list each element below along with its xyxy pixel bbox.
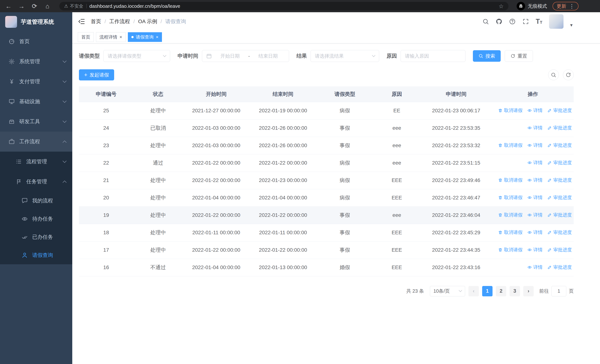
menu-dots-icon[interactable]: ⋮ [569,3,574,9]
bookmark-star-icon[interactable]: ☆ [499,3,504,9]
reason-input[interactable] [401,50,466,62]
detail-action-link[interactable]: 详情 [527,247,543,253]
back-icon[interactable]: ← [5,3,12,10]
edit-icon [547,248,552,252]
chat-icon [21,197,28,204]
page-button-2[interactable]: 2 [496,286,506,296]
cell-id: 20 [79,189,133,206]
tab[interactable]: 请假查询× [128,32,162,42]
sidebar-item[interactable]: 任务管理 [0,172,72,192]
collapse-sidebar-icon[interactable] [78,18,85,25]
progress-action-link[interactable]: 审批进度 [547,212,572,218]
cancel-action-link[interactable]: 取消请假 [498,177,523,183]
security-indicator[interactable]: ⚠ 不安全 [64,3,83,9]
progress-action-link[interactable]: 审批进度 [547,107,572,113]
detail-action-link[interactable]: 详情 [527,264,543,270]
help-icon[interactable] [509,18,516,25]
toggle-search-button[interactable] [548,69,559,80]
detail-action-link[interactable]: 详情 [527,195,543,201]
search-icon[interactable] [482,18,489,25]
edit-icon [547,178,552,182]
detail-action-link[interactable]: 详情 [527,107,543,113]
cancel-action-link[interactable]: 取消请假 [498,212,523,218]
detail-action-link[interactable]: 详情 [527,142,543,148]
next-page-button[interactable]: › [523,286,534,296]
date-range-picker[interactable]: 开始日期 - 结束日期 [202,50,289,62]
sidebar-item[interactable]: 我的流程 [0,192,72,210]
sidebar-item[interactable]: 工作流程 [0,131,72,152]
chevron-down-icon [63,159,66,163]
sidebar-item[interactable]: 系统管理 [0,52,72,72]
action-label: 审批进度 [553,142,572,148]
detail-action-link[interactable]: 详情 [527,159,543,166]
address-bar[interactable]: ⚠ 不安全 dashboard.yudao.iocoder.cn/bpm/oa/… [59,2,508,10]
result-select[interactable]: 请选择流结果 [310,50,379,62]
sidebar-item-label: 待办任务 [32,215,53,222]
search-button[interactable]: 搜索 [473,50,501,62]
cancel-action-link[interactable]: 取消请假 [498,107,523,113]
cancel-action-link[interactable]: 取消请假 [498,229,523,235]
detail-action-link[interactable]: 详情 [527,177,543,183]
sidebar-item[interactable]: 首页 [0,31,72,52]
page-size-select[interactable]: 10条/页 [430,286,465,296]
pagination: 共 23 条 10条/页 ‹ 123 › 前往 页 [79,286,574,296]
user-avatar[interactable] [549,14,563,29]
sidebar-item[interactable]: 请假查询 [0,246,72,264]
progress-action-link[interactable]: 审批进度 [547,177,572,183]
sidebar-item[interactable]: 支付管理 [0,72,72,92]
progress-action-link[interactable]: 审批进度 [547,142,572,148]
reload-icon[interactable]: ⟳ [31,2,38,10]
page-button-1[interactable]: 1 [482,286,493,296]
progress-action-link[interactable]: 审批进度 [547,264,572,270]
caret-down-icon[interactable]: ▾ [570,22,572,28]
eye-icon [527,230,532,235]
page-jump-input[interactable] [552,286,566,296]
tab[interactable]: 首页 [78,32,94,42]
reset-button[interactable]: 重置 [505,50,533,62]
detail-action-link[interactable]: 详情 [527,212,543,218]
create-leave-button[interactable]: + 发起请假 [79,69,114,80]
tab[interactable]: 流程详情× [96,32,126,42]
detail-action-link[interactable]: 详情 [527,229,543,235]
progress-action-link[interactable]: 审批进度 [547,195,572,201]
cancel-action-link[interactable]: 取消请假 [498,142,523,148]
action-label: 详情 [533,159,543,166]
cell-id: 22 [79,154,133,172]
sidebar-item[interactable]: 已办任务 [0,228,72,246]
sidebar-item[interactable]: 待办任务 [0,210,72,228]
sidebar-item[interactable]: 研发工具 [0,112,72,131]
close-icon[interactable]: × [156,35,159,40]
breadcrumb-item[interactable]: OA 示例 [138,18,157,25]
refresh-table-button[interactable] [563,69,574,80]
progress-action-link[interactable]: 审批进度 [547,159,572,166]
progress-action-link[interactable]: 审批进度 [547,125,572,131]
update-button[interactable]: 更新 ⋮ [553,2,579,10]
breadcrumb-item[interactable]: 工作流程 [109,18,130,25]
home-icon[interactable]: ⌂ [44,3,51,10]
breadcrumb-separator: / [160,19,162,24]
github-icon[interactable] [496,18,502,25]
sidebar-item-label: 我的流程 [32,197,53,204]
detail-action-link[interactable]: 详情 [527,125,543,131]
cell-status: 处理中 [133,102,183,119]
sidebar-item[interactable]: 流程管理 [0,152,72,172]
cancel-action-link[interactable]: 取消请假 [498,195,523,201]
logo[interactable]: 芋道管理系统 [0,12,72,31]
forward-icon[interactable]: → [18,3,25,10]
progress-action-link[interactable]: 审批进度 [547,229,572,235]
cell-apply-time: 2022-01-22 23:53:35 [420,119,492,137]
logo-avatar [5,16,17,28]
sidebar-item[interactable]: 基础设施 [0,92,72,112]
prev-page-button[interactable]: ‹ [469,286,479,296]
breadcrumb-item[interactable]: 首页 [91,18,101,25]
result-label: 结果 [297,52,307,59]
font-size-icon[interactable]: TT [536,18,542,25]
cancel-action-link[interactable]: 取消请假 [498,247,523,253]
fullscreen-icon[interactable] [522,18,529,25]
close-icon[interactable]: × [120,35,122,40]
page-button-3[interactable]: 3 [510,286,520,296]
leave-type-select[interactable]: 请选择请假类型 [103,50,170,62]
progress-action-link[interactable]: 审批进度 [547,247,572,253]
user-icon [21,252,28,258]
cell-actions: 取消请假详情审批进度 [492,102,574,119]
